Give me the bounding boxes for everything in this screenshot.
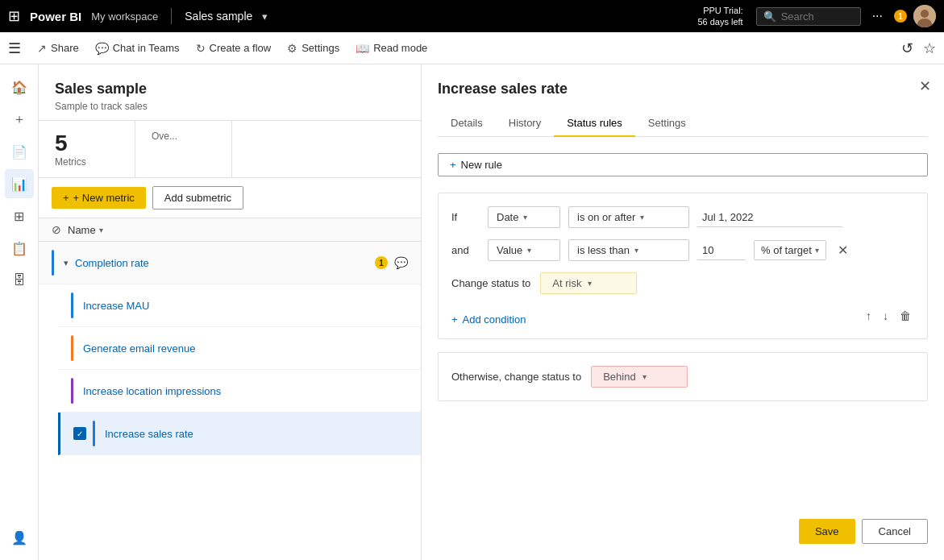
list-item[interactable]: ✓ Increase sales rate — [58, 413, 421, 455]
add-submetric-label: Add submetric — [164, 192, 231, 204]
plus-icon: + — [450, 159, 456, 171]
tabs: Details History Status rules Settings — [438, 110, 928, 137]
sidebar-item-apps[interactable]: ⊞ — [5, 201, 34, 230]
pct-of-target-select[interactable]: % of target ▾ — [754, 240, 826, 260]
sidebar-item-home[interactable]: 🏠 — [5, 73, 34, 102]
list-item[interactable]: Increase location impressions — [58, 370, 421, 413]
otherwise-status-select[interactable]: Behind ▾ — [591, 366, 688, 388]
settings-icon: ⚙ — [287, 42, 297, 55]
otherwise-label: Otherwise, change status to — [451, 371, 581, 383]
value1-input[interactable] — [697, 208, 842, 227]
and-label: and — [451, 244, 480, 256]
add-condition-button[interactable]: + Add condition — [451, 313, 526, 326]
move-up-button[interactable]: ↑ — [863, 308, 875, 324]
settings-button[interactable]: ⚙ Settings — [281, 39, 346, 58]
sidebar-item-create[interactable]: ＋ — [5, 105, 34, 134]
move-down-button[interactable]: ↓ — [880, 308, 892, 324]
otherwise-caret: ▾ — [643, 372, 647, 381]
detail-panel: ✕ Increase sales rate Details History St… — [422, 64, 944, 560]
condition1-caret: ▾ — [640, 213, 644, 222]
change-status-label: Change status to — [451, 277, 530, 289]
panel-footer: Save Cancel — [438, 511, 928, 544]
list-item[interactable]: Generate email revenue — [58, 327, 421, 370]
sub-toolbar: ☰ ↗ Share 💬 Chat in Teams ↻ Create a flo… — [0, 32, 944, 64]
overdue-label: Ove... — [152, 131, 215, 142]
rule-section: If Date ▾ is on or after ▾ and Value — [438, 193, 928, 339]
avatar[interactable] — [913, 5, 936, 27]
list-item[interactable]: Increase MAU — [58, 284, 421, 327]
sidebar-item-browse[interactable]: 📄 — [5, 137, 34, 166]
tab-status-rules[interactable]: Status rules — [554, 110, 635, 137]
condition2-select[interactable]: is less than ▾ — [568, 239, 689, 261]
accent-bar — [52, 250, 54, 276]
list-item[interactable]: ▾ Completion rate 1 💬 — [39, 242, 421, 284]
value2-input[interactable] — [697, 241, 746, 260]
scorecard-header: Sales sample Sample to track sales — [39, 64, 421, 121]
notification-badge[interactable]: 1 — [894, 10, 907, 23]
metric-name: Increase MAU — [83, 300, 408, 312]
sidebar-item-scorecard[interactable]: 📊 — [5, 169, 34, 198]
field1-caret: ▾ — [523, 213, 527, 222]
sort-icon: ▾ — [99, 226, 103, 234]
create-flow-button[interactable]: ↻ Create a flow — [189, 39, 278, 58]
cancel-button[interactable]: Cancel — [862, 519, 928, 544]
condition2-caret: ▾ — [634, 246, 638, 255]
filter-icon[interactable]: ⊘ — [52, 223, 61, 236]
metric-badge: 1 — [375, 256, 388, 269]
name-column-header[interactable]: Name ▾ — [68, 224, 103, 236]
sidebar-item-metrics[interactable]: 📋 — [5, 234, 34, 263]
new-rule-button[interactable]: + New rule — [438, 153, 928, 176]
pct-caret: ▾ — [815, 246, 819, 255]
flow-icon: ↻ — [196, 42, 206, 55]
selected-checkbox: ✓ — [73, 427, 86, 440]
svg-point-1 — [921, 10, 929, 18]
list-header: ⊘ Name ▾ — [39, 218, 421, 242]
chat-icon[interactable]: 💬 — [394, 256, 408, 269]
read-mode-button[interactable]: 📖 Read mode — [349, 39, 434, 58]
share-button[interactable]: ↗ Share — [31, 39, 85, 58]
left-sidebar: 🏠 ＋ 📄 📊 ⊞ 📋 🗄 👤 — [0, 64, 39, 560]
read-mode-icon: 📖 — [356, 42, 369, 55]
tab-settings[interactable]: Settings — [635, 110, 699, 137]
new-metric-label: + New metric — [73, 192, 135, 204]
accent-bar — [93, 421, 95, 446]
expand-icon[interactable]: ▾ — [64, 258, 69, 268]
tab-history[interactable]: History — [496, 110, 554, 137]
tab-details[interactable]: Details — [438, 110, 496, 137]
close-icon[interactable]: ✕ — [919, 77, 931, 95]
workspace-name[interactable]: My workspace — [91, 10, 158, 23]
chat-in-teams-button[interactable]: 💬 Chat in Teams — [89, 39, 186, 58]
left-panel: Sales sample Sample to track sales 5 Met… — [39, 64, 422, 560]
metric-name: Increase sales rate — [105, 428, 408, 440]
metric-name: Completion rate — [75, 257, 375, 269]
sidebar-item-data[interactable]: 🗄 — [5, 266, 34, 295]
share-icon: ↗ — [37, 42, 47, 55]
save-button[interactable]: Save — [799, 519, 855, 544]
otherwise-row: Otherwise, change status to Behind ▾ — [451, 366, 914, 388]
rule-if-row: If Date ▾ is on or after ▾ — [451, 206, 914, 228]
refresh-icon[interactable]: ↺ — [901, 39, 913, 57]
star-icon[interactable]: ☆ — [923, 39, 936, 57]
more-options-icon[interactable]: ··· — [872, 9, 883, 23]
content-area: Sales sample Sample to track sales 5 Met… — [39, 64, 944, 560]
field2-caret: ▾ — [527, 246, 531, 255]
search-box[interactable]: 🔍 — [756, 7, 861, 26]
title-caret-icon[interactable]: ▾ — [262, 10, 268, 23]
hamburger-icon[interactable]: ☰ — [8, 39, 21, 57]
field1-select[interactable]: Date ▾ — [488, 206, 560, 228]
status-value-select[interactable]: At risk ▾ — [540, 272, 637, 294]
add-submetric-button[interactable]: Add submetric — [152, 186, 243, 209]
divider — [171, 8, 172, 24]
sidebar-item-avatar[interactable]: 👤 — [5, 523, 34, 552]
field2-select[interactable]: Value ▾ — [488, 239, 560, 261]
remove-condition-icon[interactable]: ✕ — [838, 243, 848, 258]
metric-name: Generate email revenue — [83, 342, 408, 355]
new-metric-button[interactable]: + + New metric — [52, 187, 146, 209]
list-toolbar: + + New metric Add submetric — [39, 178, 421, 218]
accent-bar — [71, 292, 73, 318]
grid-icon[interactable]: ⊞ — [8, 7, 20, 25]
main-layout: 🏠 ＋ 📄 📊 ⊞ 📋 🗄 👤 Sales sample Sample to t… — [0, 64, 944, 560]
condition1-select[interactable]: is on or after ▾ — [568, 206, 689, 228]
search-input[interactable] — [781, 10, 846, 23]
delete-rule-button[interactable]: 🗑 — [896, 308, 914, 324]
